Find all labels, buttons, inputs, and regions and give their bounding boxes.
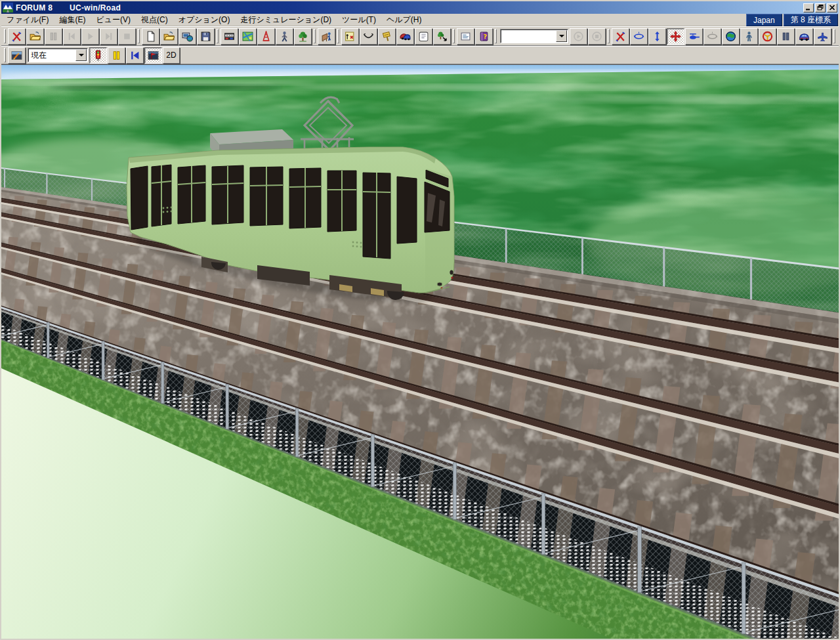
menu-item-3[interactable]: ビュー(V) [91,14,136,26]
close-button[interactable] [827,3,837,12]
scene-paint-icon [11,50,22,61]
chevron-down-icon[interactable] [556,30,567,42]
title-bar[interactable]: FORUM 8UC-win/Road [1,1,839,14]
tree-editor-button[interactable] [294,28,312,45]
toolbar-grip[interactable] [495,29,497,43]
viewport-3d-scene[interactable] [1,65,839,640]
playback-pause-button[interactable] [45,28,62,45]
simulation-restart-button[interactable] [126,47,144,64]
simulation-pause-button[interactable] [108,47,125,64]
globe-icon [725,31,736,42]
scroll-icon [418,31,429,42]
import-model-button[interactable] [178,28,196,45]
view-2d-button[interactable]: 2D [163,47,180,64]
restore-button[interactable] [815,3,826,12]
pc-globe-icon [182,31,193,42]
script-run-button[interactable] [612,28,629,45]
plane-icon [817,31,828,42]
world-view-button[interactable] [722,28,740,45]
toolbar-grip[interactable] [453,29,455,43]
message-log-button[interactable] [457,28,474,45]
orbit-rotate-button[interactable] [630,28,648,45]
book-icon: ? [478,31,490,42]
playback-target-combo[interactable] [500,29,568,43]
landmark-tower-button[interactable] [257,28,275,45]
drive-mode-button[interactable] [759,28,776,45]
render-options-button[interactable] [8,47,26,64]
pan-move-button[interactable] [667,28,684,45]
toolbar-grip[interactable] [4,48,6,62]
tree-arrow-icon [436,31,448,42]
help-book-button[interactable]: ? [475,28,493,45]
scenario-play-button[interactable] [570,28,587,45]
playback-step-forward-button[interactable] [100,28,117,45]
script-list-button[interactable] [415,28,432,45]
traffic-vehicles-button[interactable] [396,28,414,45]
stop-circle-icon [591,31,602,42]
menu-item-5[interactable]: オプション(O) [173,14,236,26]
folder-open-icon [163,31,175,42]
open-project-button[interactable] [160,28,178,45]
flag-scene-icon [148,50,159,61]
toolbar-grip[interactable] [608,29,610,43]
open-playback-file-button[interactable] [26,28,44,45]
toolbar-grip[interactable] [4,29,6,43]
toolbar-grip[interactable] [217,29,219,43]
motion-pause-button[interactable] [777,28,795,45]
road-section-editor-button[interactable] [220,28,238,45]
view-preset-combo[interactable]: 現在 [28,48,88,62]
move-vertical-button[interactable] [648,28,666,45]
menu-item-4[interactable]: 視点(C) [136,14,173,26]
run-script-button[interactable] [8,28,26,45]
map-editor-button[interactable] [239,28,257,45]
scenario-stop-button[interactable] [588,28,606,45]
chevron-down-icon[interactable] [75,49,87,61]
minimize-button[interactable] [803,3,814,12]
toolbar-grip[interactable] [337,29,339,43]
tree-placement-button[interactable] [433,28,451,45]
menu-bar: ファイル(F)編集(E)ビュー(V)視点(C)オプション(O)走行シミュレーショ… [1,14,839,26]
locale-badge: Japan [746,14,782,26]
scene-marker-toggle-button[interactable] [144,47,162,64]
pan-icon [670,31,681,42]
playback-play-button[interactable] [81,28,99,45]
playback-step-back-button[interactable] [63,28,81,45]
coordinate-system-badge: 第 8 座標系 [784,14,838,26]
walk-mode-button[interactable] [740,28,758,45]
list-icon [460,31,471,42]
traffic-signal-toggle-button[interactable] [89,47,107,64]
menu-item-8[interactable]: ヘルプ(H) [381,14,427,26]
step-back-icon [66,31,77,42]
tree-icon [297,31,308,42]
view-preset-combo-value: 現在 [28,50,75,61]
save-project-button[interactable] [197,28,215,45]
app-window: FORUM 8UC-win/Road ファイル(F)編集(E)ビュー(V)視点(… [0,0,840,640]
status-badges: Japan第 8 座標系 [746,14,838,26]
menu-item-7[interactable]: ツール(T) [337,14,381,26]
new-file-icon [145,31,156,42]
orbit-icon [707,31,718,42]
viewport-3d[interactable] [1,64,839,640]
person-icon [744,31,755,42]
drivers-desk-button[interactable] [318,28,335,45]
menu-item-1[interactable]: ファイル(F) [1,14,54,26]
orbit-icon [633,31,644,42]
playback-stop-button[interactable] [118,28,136,45]
menu-item-2[interactable]: 編集(E) [54,14,91,26]
desk-icon [321,31,332,42]
signpost-button[interactable] [378,28,396,45]
toolbar-grip[interactable] [833,29,835,43]
toolbar-grip[interactable] [314,29,316,43]
new-project-button[interactable] [142,28,159,45]
car-ride-button[interactable] [795,28,813,45]
orbit-locked-button[interactable] [704,28,721,45]
map-compass-icon [345,31,356,42]
menu-item-6[interactable]: 走行シミュレーション(D) [235,14,337,26]
map-compass-button[interactable] [341,28,359,45]
toolbar-grip[interactable] [138,29,140,43]
pedestrian-editor-button[interactable] [276,28,293,45]
folder-open-icon [30,31,41,42]
fly-mode-button[interactable] [685,28,703,45]
road-profile-button[interactable] [360,28,377,45]
flight-mode-button[interactable] [814,28,831,45]
